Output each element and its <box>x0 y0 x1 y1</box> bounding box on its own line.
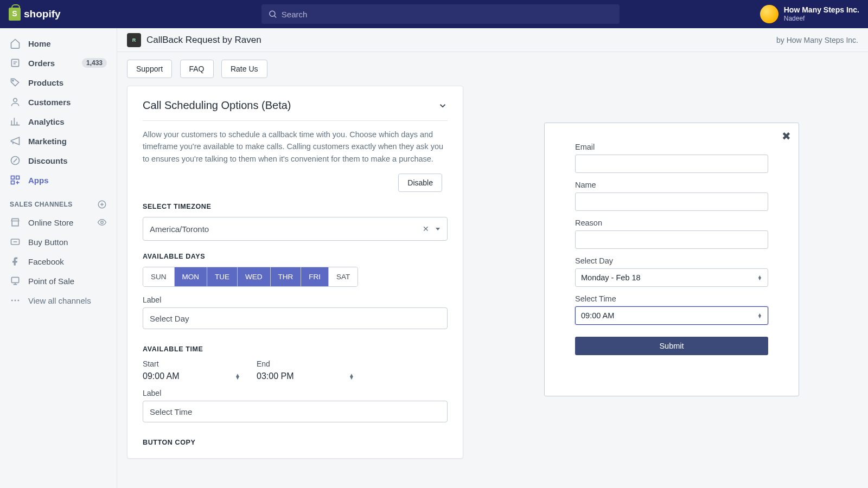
sidebar-item-customers[interactable]: Customers <box>0 92 117 112</box>
view-all-channels[interactable]: View all channels <box>0 291 117 310</box>
label-time-input[interactable] <box>143 401 448 422</box>
pv-reason-input[interactable] <box>575 230 768 249</box>
shopify-bag-icon <box>9 8 21 21</box>
top-bar: shopify How Many Steps Inc. Nadeef <box>0 0 868 28</box>
days-section-label: AVAILABLE DAYS <box>143 253 448 260</box>
preview-column: ✖ Email Name Reason Select Day Monday - … <box>485 86 858 478</box>
home-icon <box>10 38 21 49</box>
end-time-select[interactable]: 03:00 PM ▲▼ <box>257 371 360 381</box>
app-area: R CallBack Request by Raven by How Many … <box>117 28 868 488</box>
rate-button[interactable]: Rate Us <box>221 60 267 78</box>
search-input[interactable] <box>282 10 613 19</box>
pv-time-select[interactable]: 09:00 AM ▲▼ <box>575 306 768 325</box>
orders-icon <box>10 57 21 68</box>
store-icon <box>10 217 21 228</box>
support-button[interactable]: Support <box>127 60 172 78</box>
add-channel-icon[interactable] <box>97 200 107 209</box>
svg-point-4 <box>14 98 17 102</box>
svg-point-0 <box>269 11 275 16</box>
disable-row: Disable <box>143 174 448 192</box>
pv-day-label: Select Day <box>575 256 768 265</box>
help-text: Allow your customers to schedule a callb… <box>143 129 448 165</box>
caret-down-icon[interactable] <box>435 226 441 232</box>
sidebar-item-orders[interactable]: Orders 1,433 <box>0 53 117 73</box>
pos-icon <box>10 275 21 286</box>
search-icon <box>268 9 277 19</box>
label-time-label: Label <box>143 389 448 397</box>
time-row: Start 09:00 AM ▲▼ End 03:00 PM ▲▼ <box>143 359 448 381</box>
svg-point-13 <box>11 300 13 301</box>
analytics-icon <box>10 116 21 127</box>
user-name: Nadeef <box>784 15 859 22</box>
stepper-icon: ▲▼ <box>349 374 354 379</box>
disable-button[interactable]: Disable <box>398 174 442 192</box>
pv-email-label: Email <box>575 143 768 151</box>
global-search[interactable] <box>261 4 620 24</box>
start-label: Start <box>143 359 246 368</box>
day-sat[interactable]: SAT <box>329 267 358 286</box>
pv-day-select[interactable]: Monday - Feb 18 ▲▼ <box>575 268 768 287</box>
stepper-icon: ▲▼ <box>757 275 762 280</box>
section-label: SALES CHANNELS <box>10 201 73 208</box>
pv-submit-button[interactable]: Submit <box>575 337 768 355</box>
eye-icon[interactable] <box>97 217 107 227</box>
shopify-logo[interactable]: shopify <box>9 8 61 21</box>
svg-point-15 <box>17 300 19 301</box>
channel-facebook[interactable]: Facebook <box>0 252 117 271</box>
end-time-col: End 03:00 PM ▲▼ <box>257 359 360 381</box>
svg-point-3 <box>12 80 14 81</box>
sidebar-item-label: Customers <box>28 98 71 107</box>
sidebar-item-home[interactable]: Home <box>0 34 117 53</box>
clear-icon[interactable]: ✕ <box>423 224 429 233</box>
day-sun[interactable]: SUN <box>143 267 175 286</box>
sidebar-item-marketing[interactable]: Marketing <box>0 131 117 151</box>
chevron-down-icon[interactable] <box>438 101 448 111</box>
app-header: R CallBack Request by Raven by How Many … <box>117 28 868 52</box>
start-time-col: Start 09:00 AM ▲▼ <box>143 359 246 381</box>
button-copy-label: BUTTON COPY <box>143 439 448 446</box>
sidebar-item-discounts[interactable]: Discounts <box>0 151 117 170</box>
products-icon <box>10 77 21 88</box>
brand-text: shopify <box>24 8 61 20</box>
stepper-icon: ▲▼ <box>235 374 240 379</box>
pv-name-label: Name <box>575 181 768 189</box>
sidebar-item-label: Analytics <box>28 117 65 126</box>
card-title: Call Scheduling Options (Beta) <box>143 99 291 112</box>
faq-button[interactable]: FAQ <box>180 60 214 78</box>
orders-badge: 1,433 <box>82 58 107 68</box>
day-tue[interactable]: TUE <box>207 267 238 286</box>
channel-label: Buy Button <box>28 237 68 247</box>
pv-time-label: Select Time <box>575 294 768 303</box>
org-name: How Many Steps Inc. <box>784 5 859 15</box>
timezone-select[interactable]: America/Toronto ✕ <box>143 217 448 241</box>
channel-label: Online Store <box>28 218 73 227</box>
sidebar-item-label: Apps <box>28 176 49 185</box>
sidebar-item-apps[interactable]: Apps <box>0 170 117 190</box>
channel-pos[interactable]: Point of Sale <box>0 271 117 291</box>
channel-label: Facebook <box>28 257 64 266</box>
customers-icon <box>10 97 21 107</box>
sidebar-item-analytics[interactable]: Analytics <box>0 112 117 131</box>
day-wed[interactable]: WED <box>238 267 271 286</box>
sidebar-item-products[interactable]: Products <box>0 73 117 92</box>
pv-email-input[interactable] <box>575 155 768 173</box>
scheduling-card: Call Scheduling Options (Beta) Allow you… <box>127 86 463 459</box>
day-fri[interactable]: FRI <box>301 267 329 286</box>
app-actions: Support FAQ Rate Us <box>117 52 868 86</box>
channel-online-store[interactable]: Online Store <box>0 213 117 232</box>
timezone-section-label: SELECT TIMEZONE <box>143 203 448 210</box>
channel-buy-button[interactable]: Buy Button <box>0 232 117 252</box>
day-mon[interactable]: MON <box>175 267 208 286</box>
time-section-label: AVAILABLE TIME <box>143 345 448 353</box>
user-menu[interactable]: How Many Steps Inc. Nadeef <box>760 5 859 23</box>
main-split: Call Scheduling Options (Beta) Allow you… <box>117 86 868 488</box>
start-time-select[interactable]: 09:00 AM ▲▼ <box>143 371 246 381</box>
pv-name-input[interactable] <box>575 192 768 211</box>
channel-label: Point of Sale <box>28 277 74 286</box>
sidebar: Home Orders 1,433 Products Customers Ana… <box>0 28 117 488</box>
card-title-row[interactable]: Call Scheduling Options (Beta) <box>143 99 448 120</box>
sidebar-item-label: Products <box>28 78 63 87</box>
close-icon[interactable]: ✖ <box>782 130 791 143</box>
day-thr[interactable]: THR <box>271 267 302 286</box>
label-day-input[interactable] <box>143 307 448 329</box>
